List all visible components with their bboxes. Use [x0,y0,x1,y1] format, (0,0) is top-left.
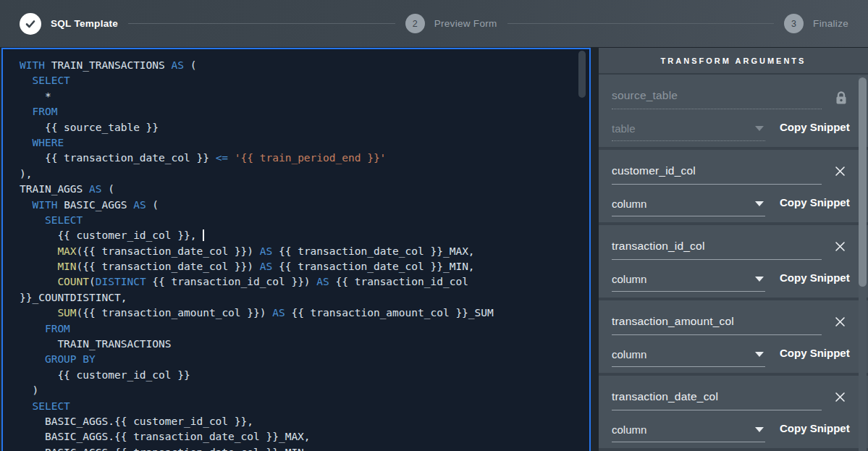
transform-argument-group: customer_id_col column Copy Snippet [599,150,868,225]
remove-argument-button[interactable] [835,166,848,180]
code-line: {{ customer_id_col }}, [20,228,579,243]
code-line: * [20,89,579,104]
step-label: Finalize [813,18,848,29]
remove-argument-button[interactable] [835,392,848,406]
panel-scrollbar-thumb[interactable] [859,77,867,287]
code-line: TRAIN_TRANSACTIONS [20,337,579,352]
code-line: BASIC_AGGS.{{ transaction_date_col }}_MI… [20,445,579,451]
argument-name-field[interactable]: customer_id_col [612,164,822,185]
step-preview-form[interactable]: 2 Preview Form [405,14,497,33]
code-line: BASIC_AGGS.{{ customer_id_col }}, [20,414,579,429]
step-complete-icon [20,13,41,35]
code-line: MIN({{ transaction_date_col }}) AS {{ tr… [20,259,579,274]
chevron-down-icon [755,277,764,282]
panel-title: TRANSFORM ARGUMENTS [661,56,806,65]
code-line: GROUP BY [20,352,579,367]
argument-name-field[interactable]: transaction_amount_col [612,315,822,335]
argument-type-select[interactable]: column [612,348,765,367]
step-finalize[interactable]: 3 Finalize [784,14,848,33]
stepper-connector [128,23,395,24]
step-label: Preview Form [434,18,497,29]
remove-argument-button[interactable] [835,241,848,256]
code-line: ) [20,383,579,398]
chevron-down-icon [755,126,764,131]
step-number-badge: 2 [405,14,425,33]
editor-scrollbar[interactable] [578,51,586,98]
argument-name-field[interactable]: transaction_id_col [612,240,822,260]
wizard-stepper: SQL Template 2 Preview Form 3 Finalize [0,0,868,47]
remove-argument-button[interactable] [835,316,848,331]
code-line: TRAIN_AGGS AS ( [20,182,579,197]
transform-argument-group: source_table table Copy Snippet [599,75,868,150]
transform-argument-group: transaction_date_col column Copy Snippet [599,376,868,451]
step-sql-template[interactable]: SQL Template [20,13,118,35]
transform-arguments-panel: TRANSFORM ARGUMENTS source_table table C… [599,48,868,451]
panel-scrollbar-track[interactable] [859,76,867,451]
code-line: WHERE [20,135,579,151]
argument-name-field: source_table [612,89,822,109]
transform-argument-group: transaction_id_col column Copy Snippet [599,225,868,300]
argument-type-select: table [612,122,765,141]
copy-snippet-button[interactable]: Copy Snippet [780,121,850,133]
copy-snippet-button[interactable]: Copy Snippet [780,347,850,359]
transform-argument-group: transaction_amount_col column Copy Snipp… [599,300,868,376]
chevron-down-icon [755,352,764,357]
app-window: SQL Template 2 Preview Form 3 Finalize W… [0,0,868,451]
argument-type-select[interactable]: column [612,198,765,216]
code-line: ), [20,167,579,182]
argument-type-select[interactable]: column [612,273,765,292]
code-line: SUM({{ transaction_amount_col }}) AS {{ … [20,305,579,321]
argument-name-field[interactable]: transaction_date_col [612,390,822,410]
argument-type-select[interactable]: column [612,423,765,442]
code-line: }}_COUNTDISTINCT, [20,290,579,305]
code-line: SELECT [20,213,579,228]
chevron-down-icon [755,201,764,206]
sql-editor[interactable]: WITH TRAIN_TRANSACTIONS AS ( SELECT * FR… [1,48,591,451]
panel-header: TRANSFORM ARGUMENTS [599,48,868,75]
code-line: SELECT [20,73,579,88]
code-line: FROM [20,321,579,337]
code-line: SELECT [20,399,579,414]
code-line: FROM [20,104,579,119]
copy-snippet-button[interactable]: Copy Snippet [780,271,850,284]
copy-snippet-button[interactable]: Copy Snippet [780,196,850,208]
code-line: BASIC_AGGS.{{ transaction_date_col }}_MA… [20,429,579,444]
chevron-down-icon [755,427,764,432]
code-line: COUNT(DISTINCT {{ transaction_id_col }})… [20,274,579,290]
code-line: WITH BASIC_AGGS AS ( [20,198,579,213]
step-label: SQL Template [51,18,118,29]
sql-code: WITH TRAIN_TRANSACTIONS AS ( SELECT * FR… [3,49,589,451]
code-line: MAX({{ transaction_date_col }}) AS {{ tr… [20,244,579,259]
copy-snippet-button[interactable]: Copy Snippet [780,422,850,434]
code-line: {{ source_table }} [20,120,579,135]
step-number-badge: 3 [784,14,804,33]
code-line: WITH TRAIN_TRANSACTIONS AS ( [20,58,579,73]
text-cursor [203,229,204,241]
stepper-connector [507,23,775,24]
lock-icon [835,90,848,105]
code-line: {{ transaction_date_col }} <= '{{ train_… [20,151,579,166]
code-line: {{ customer_id_col }} [20,368,579,383]
